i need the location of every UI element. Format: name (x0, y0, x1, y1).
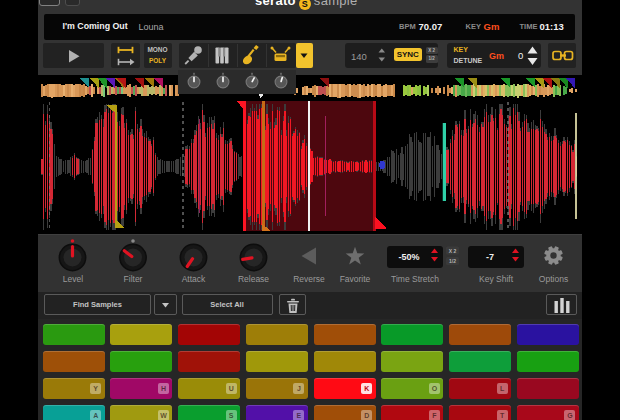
svg-text:1/2: 1/2 (449, 258, 456, 264)
svg-text:X 2: X 2 (449, 248, 457, 254)
